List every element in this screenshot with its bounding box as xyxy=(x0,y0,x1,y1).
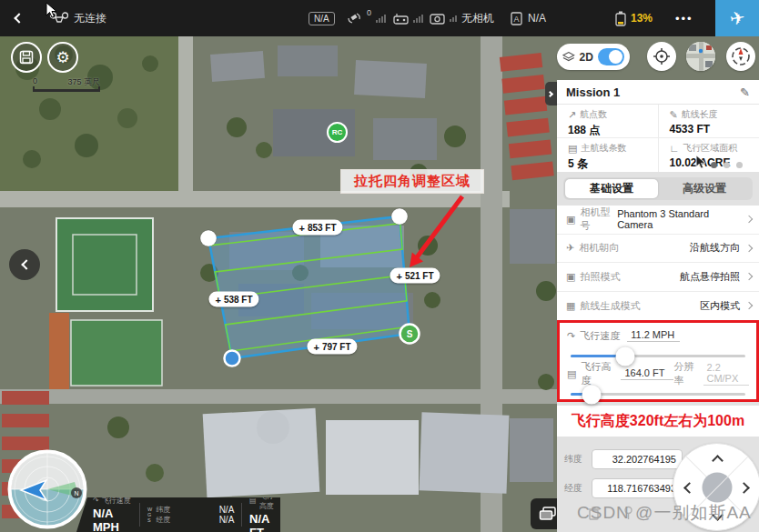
layers-icon xyxy=(562,51,575,63)
battery-status: 13% xyxy=(615,0,653,36)
speed-slider[interactable] xyxy=(571,355,745,357)
stat-waypoints: ↗航点数 188 点 xyxy=(557,105,658,137)
locate-button[interactable] xyxy=(647,42,676,71)
mode-badge-wrap: N/A xyxy=(309,0,335,36)
takeoff-button[interactable]: ✈ xyxy=(715,0,759,36)
layers-preview-icon xyxy=(539,507,557,521)
area-icon: ∟ xyxy=(670,143,680,154)
stats-pagination-dots[interactable] xyxy=(711,162,743,168)
altitude-icon: ▤ xyxy=(249,497,257,505)
distance-label-bottom: +797 FT xyxy=(307,339,357,355)
mission-stats: ↗航点数 188 点 ✎航线长度 4533 FT ▤主航线条数 5 条 ∟飞行区… xyxy=(557,105,759,172)
move-arrows-icon: + xyxy=(396,270,401,281)
speed-setting: ↷ 飞行速度 11.2 MPH xyxy=(567,328,749,343)
longitude-input[interactable] xyxy=(592,478,683,498)
move-arrows-icon: + xyxy=(299,222,304,233)
main-lines-icon: ▤ xyxy=(568,143,577,155)
save-icon xyxy=(19,50,34,65)
altitude-slider[interactable] xyxy=(571,393,745,396)
photo-mode-icon: ▣ xyxy=(566,271,575,283)
scale-distance: 375 英尺 xyxy=(67,76,100,88)
chevron-right-icon xyxy=(745,245,753,252)
altitude-icon: ▤ xyxy=(567,368,576,380)
compass-icon xyxy=(731,46,751,66)
top-status-bar: 无连接 N/A 0 无相机 A N/A 13% ••• ✈ xyxy=(0,0,759,36)
move-arrows-icon: + xyxy=(313,341,319,352)
nudge-right-button[interactable] xyxy=(738,482,750,494)
camera-model-icon: ▣ xyxy=(566,214,575,226)
stat-main-lines: ▤主航线条数 5 条 xyxy=(557,138,658,172)
gps-status: 0 xyxy=(348,0,386,36)
camera-status: 无相机 xyxy=(430,0,494,36)
nudge-up-button[interactable] xyxy=(712,455,724,467)
speed-slider-knob[interactable] xyxy=(615,346,634,366)
compass-reset-button[interactable] xyxy=(726,42,755,71)
attitude-compass-widget: N xyxy=(7,449,87,529)
battery-icon xyxy=(615,11,626,26)
speed-icon: ↷ xyxy=(567,330,575,342)
locate-icon xyxy=(653,47,671,65)
remote-controller-icon xyxy=(393,13,409,25)
north-indicator: N xyxy=(71,487,82,498)
map-mode-label: 2D xyxy=(580,51,593,64)
altitude-note: 飞行高度320ft左右为100m xyxy=(557,406,759,437)
save-mission-button[interactable] xyxy=(11,42,42,73)
watermark-text: CSDN @一别如斯AA xyxy=(577,501,752,525)
speed-value: 11.2 MPH xyxy=(627,329,680,342)
chevron-right-icon xyxy=(745,216,753,223)
setting-camera-model[interactable]: ▣相机型号 Phantom 3 Standard Camera xyxy=(557,206,759,235)
tab-advanced-settings[interactable]: 高级设置 xyxy=(658,179,751,198)
gps-signal-bars xyxy=(376,15,386,23)
waypoint-icon: ↗ xyxy=(568,109,576,121)
altitude-value: 164.0 FT xyxy=(621,367,673,380)
telemetry-coordinates: 纬度N/A 经度N/A xyxy=(156,505,234,525)
settings-button[interactable]: ⚙ xyxy=(47,42,78,73)
back-chevron-icon xyxy=(14,13,24,23)
minimap-button[interactable] xyxy=(686,42,715,71)
collapse-left-button[interactable] xyxy=(9,249,40,280)
more-menu-button[interactable]: ••• xyxy=(675,0,693,36)
dpad-center-handle[interactable] xyxy=(702,472,732,502)
app-screen: S +853 FT +521 FT +538 FT +797 FT RC 拉托四… xyxy=(0,0,759,532)
gps-count: 0 xyxy=(367,8,371,17)
altitude-setting: ▤ 飞行高度 164.0 FT 分辨率 2.2 CM/PX xyxy=(567,366,749,381)
svg-text:N: N xyxy=(74,490,78,497)
settings-list: ▣相机型号 Phantom 3 Standard Camera ✈相机朝向 沿航… xyxy=(557,206,759,320)
resolution-value: 2.2 CM/PX xyxy=(703,362,749,386)
mission-title: Mission 1 xyxy=(566,85,620,99)
scale-bar xyxy=(33,89,100,92)
mouse-cursor xyxy=(46,2,57,18)
svg-text:A: A xyxy=(513,15,519,24)
distance-label-top: +853 FT xyxy=(292,220,342,236)
setting-route-generation[interactable]: ▦航线生成模式 区内模式 xyxy=(557,292,759,321)
back-button[interactable] xyxy=(0,0,35,36)
route-generation-icon: ▦ xyxy=(566,300,575,312)
satellite-icon xyxy=(348,12,362,25)
settings-tabs: 基础设置 高级设置 xyxy=(563,177,753,200)
mouse-cursor-2 xyxy=(695,155,706,169)
edit-mission-button[interactable]: ✎ xyxy=(740,85,750,99)
flight-mode-status: A N/A xyxy=(510,0,546,36)
setting-camera-heading[interactable]: ✈相机朝向 沿航线方向 xyxy=(557,235,759,264)
map-mode-pill: 2D xyxy=(557,44,630,70)
map-mode-toggle[interactable] xyxy=(598,48,624,65)
airplane-icon: ✈ xyxy=(728,6,747,31)
flight-parameters-highlight: ↷ 飞行速度 11.2 MPH ▤ 飞行高度 164.0 FT 分辨率 2.2 … xyxy=(557,320,759,402)
remote-controller-status xyxy=(393,0,423,36)
distance-label-left: +538 FT xyxy=(208,292,258,307)
camera-heading-icon: ✈ xyxy=(566,242,574,254)
altitude-slider-knob[interactable] xyxy=(582,385,602,404)
move-arrows-icon: + xyxy=(215,294,220,305)
chevron-right-icon xyxy=(745,302,753,309)
distance-label-right: +521 FT xyxy=(390,268,440,284)
panel-collapse-handle[interactable] xyxy=(545,82,557,105)
nudge-left-button[interactable] xyxy=(683,482,695,494)
flight-mode-icon: A xyxy=(510,11,523,25)
wgs-label: WGS xyxy=(147,507,152,523)
tab-basic-settings[interactable]: 基础设置 xyxy=(565,179,658,198)
camera-icon xyxy=(430,13,445,25)
setting-photo-mode[interactable]: ▣拍照模式 航点悬停拍照 xyxy=(557,263,759,292)
rc-signal-bars xyxy=(413,15,423,23)
latitude-input[interactable] xyxy=(592,449,683,469)
rc-location-marker: RC xyxy=(327,122,348,143)
